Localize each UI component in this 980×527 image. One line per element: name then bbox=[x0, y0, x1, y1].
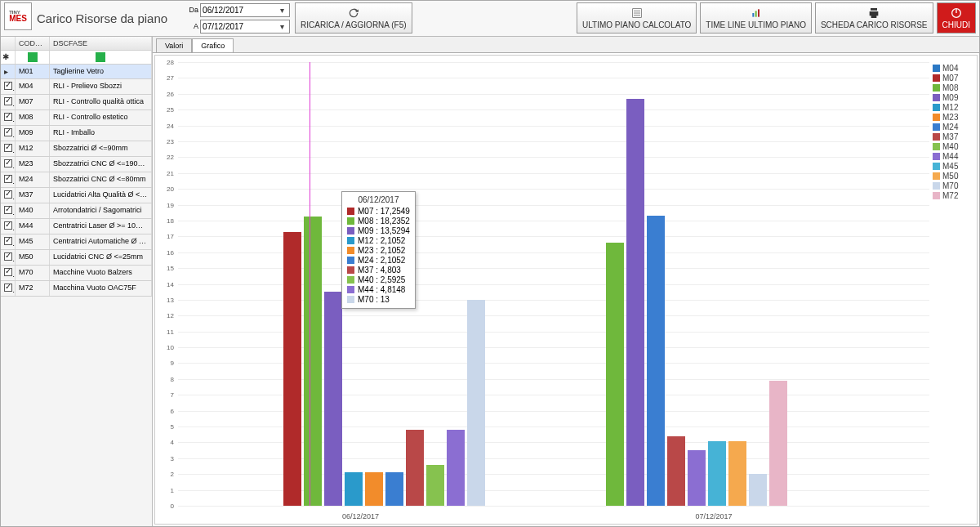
bar-M24[interactable] bbox=[647, 216, 665, 506]
svg-rect-6 bbox=[758, 9, 760, 16]
svg-rect-5 bbox=[755, 11, 756, 16]
filter-icon[interactable] bbox=[96, 52, 105, 62]
bar-chart-icon bbox=[750, 7, 763, 20]
timeline-button[interactable]: TIME LINE ULTIMO PIANO bbox=[700, 2, 812, 33]
chart-tooltip: 06/12/2017M07 : 17,2549M08 : 18,2352M09 … bbox=[341, 191, 416, 309]
chart-legend: M04M07M08M09M12M23M24M37M40M44M45M50M70M… bbox=[933, 64, 972, 201]
legend-item[interactable]: M04 bbox=[933, 64, 972, 73]
tab-valori[interactable]: Valori bbox=[156, 38, 192, 52]
bar-M44[interactable] bbox=[688, 450, 706, 506]
sidebar-grid: CODFASE DSCFASE ✱ ▸M01Taglierine VetroM0… bbox=[1, 37, 153, 526]
calendar-icon[interactable]: ▾ bbox=[276, 6, 287, 15]
table-row[interactable]: M04RLI - Prelievo Sbozzi bbox=[1, 79, 152, 95]
bar-M07[interactable] bbox=[283, 232, 301, 506]
bar-group bbox=[606, 62, 787, 506]
bar-M40[interactable] bbox=[426, 465, 444, 506]
chart-area: 0123456789101112131415161718192021222324… bbox=[154, 55, 978, 525]
bar-M72[interactable] bbox=[769, 381, 787, 506]
scheda-button[interactable]: SCHEDA CARICO RISORSE bbox=[815, 2, 933, 33]
toolbar: TINY MES Carico Risorse da piano Da 06/1… bbox=[1, 1, 979, 37]
legend-item[interactable]: M45 bbox=[933, 162, 972, 171]
filter-icon[interactable] bbox=[28, 52, 38, 62]
page-title: Carico Risorse da piano bbox=[37, 11, 167, 25]
date-from-input[interactable]: 06/12/2017▾ bbox=[200, 3, 290, 17]
legend-item[interactable]: M50 bbox=[933, 172, 972, 181]
date-from-label: Da bbox=[184, 6, 198, 14]
legend-item[interactable]: M70 bbox=[933, 181, 972, 190]
bar-M70[interactable] bbox=[749, 474, 767, 506]
x-axis-label: 07/12/2017 bbox=[696, 512, 733, 520]
table-row[interactable]: M08RLI - Controllo estetico bbox=[1, 110, 152, 126]
x-axis-label: 06/12/2017 bbox=[342, 512, 379, 520]
table-row[interactable]: M72Macchina Vuoto OAC75F bbox=[1, 281, 152, 297]
svg-rect-4 bbox=[752, 13, 754, 17]
legend-item[interactable]: M07 bbox=[933, 74, 972, 83]
bar-M37[interactable] bbox=[667, 436, 685, 506]
bar-M23[interactable] bbox=[365, 472, 383, 506]
legend-item[interactable]: M24 bbox=[933, 123, 972, 132]
bar-M50[interactable] bbox=[728, 441, 746, 507]
bar-M24[interactable] bbox=[385, 472, 403, 506]
legend-item[interactable]: M08 bbox=[933, 83, 972, 92]
bar-M45[interactable] bbox=[708, 441, 726, 507]
col-codfase[interactable]: CODFASE bbox=[16, 37, 50, 50]
chiudi-button[interactable]: CHIUDI bbox=[937, 2, 976, 33]
tab-grafico[interactable]: Grafico bbox=[192, 38, 234, 52]
table-row[interactable]: M07RLI - Controllo qualità ottica bbox=[1, 95, 152, 110]
legend-item[interactable]: M09 bbox=[933, 93, 972, 102]
table-row[interactable]: M09RLI - Imballo bbox=[1, 126, 152, 141]
grid-header: CODFASE DSCFASE bbox=[1, 37, 152, 51]
table-row[interactable]: ▸M01Taglierine Vetro bbox=[1, 65, 152, 79]
grid-filter-row: ✱ bbox=[1, 51, 152, 65]
legend-item[interactable]: M72 bbox=[933, 191, 972, 200]
app-logo: TINY MES bbox=[4, 2, 32, 30]
bar-M08[interactable] bbox=[606, 243, 624, 506]
table-row[interactable]: M23Sbozzatrici CNC Ø <=190mm bbox=[1, 157, 152, 172]
table-row[interactable]: M45Centratrici Automatiche Ø <=30 bbox=[1, 234, 152, 250]
refresh-icon bbox=[347, 7, 360, 20]
print-icon bbox=[867, 7, 880, 20]
legend-item[interactable]: M23 bbox=[933, 113, 972, 122]
legend-item[interactable]: M40 bbox=[933, 142, 972, 151]
date-to-input[interactable]: 07/12/2017▾ bbox=[200, 20, 290, 33]
table-row[interactable]: M37Lucidatrici Alta Qualità Ø <=200mm bbox=[1, 188, 152, 203]
table-row[interactable]: M40Arrotondatrici / Sagomatrici bbox=[1, 203, 152, 219]
ultimo-piano-button[interactable]: ULTIMO PIANO CALCOLATO bbox=[577, 2, 697, 33]
bar-M08[interactable] bbox=[304, 217, 322, 506]
power-icon bbox=[950, 7, 963, 20]
legend-item[interactable]: M12 bbox=[933, 103, 972, 112]
bar-M09[interactable] bbox=[324, 292, 342, 506]
table-row[interactable]: M70Macchine Vuoto Balzers bbox=[1, 266, 152, 281]
ricarica-button[interactable]: RICARICA / AGGIORNA (F5) bbox=[295, 2, 412, 33]
table-row[interactable]: M12Sbozzatrici Ø <=90mm bbox=[1, 141, 152, 157]
col-dscfase[interactable]: DSCFASE bbox=[50, 37, 152, 50]
bar-M09[interactable] bbox=[626, 99, 644, 506]
tab-strip: Valori Grafico bbox=[153, 37, 979, 53]
table-row[interactable]: M24Sbozzatrici CNC Ø <=80mm bbox=[1, 172, 152, 188]
bar-M70[interactable] bbox=[467, 300, 485, 506]
legend-item[interactable]: M37 bbox=[933, 132, 972, 141]
date-to-label: A bbox=[184, 22, 198, 30]
bar-M44[interactable] bbox=[447, 430, 465, 506]
list-icon bbox=[630, 7, 644, 20]
table-row[interactable]: M44Centratrici Laser Ø >= 10mm & <... bbox=[1, 219, 152, 234]
legend-item[interactable]: M44 bbox=[933, 152, 972, 161]
bar-M37[interactable] bbox=[406, 430, 424, 506]
calendar-icon[interactable]: ▾ bbox=[276, 22, 287, 31]
table-row[interactable]: M50Lucidatrici CNC Ø <=25mm bbox=[1, 250, 152, 266]
cursor-line bbox=[310, 62, 310, 506]
bar-M12[interactable] bbox=[345, 472, 363, 506]
